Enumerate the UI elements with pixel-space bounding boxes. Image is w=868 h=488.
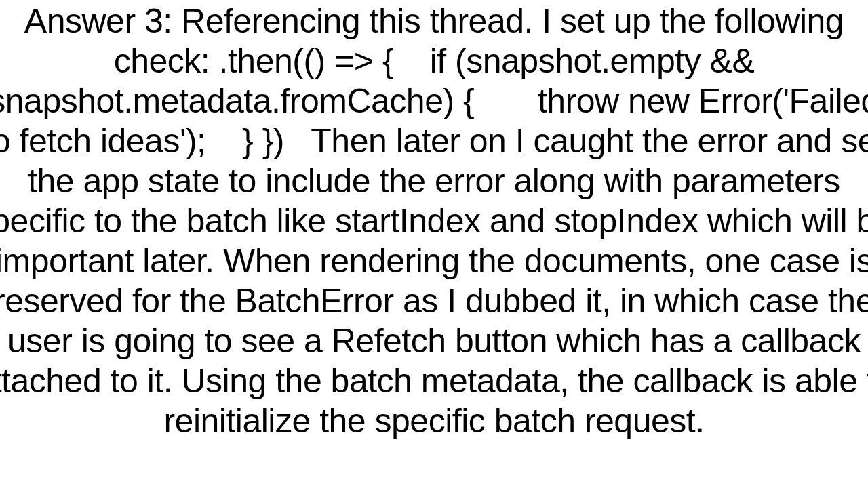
answer-body-text: Answer 3: Referencing this thread. I set… — [0, 1, 868, 441]
